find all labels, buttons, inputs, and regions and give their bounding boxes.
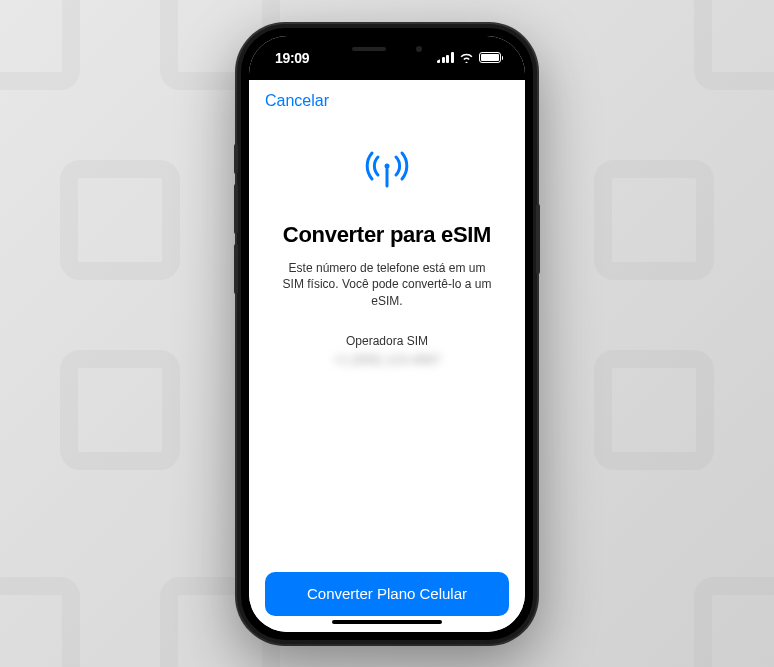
content-area: Cancelar Conve xyxy=(249,80,525,632)
convert-plan-button[interactable]: Converter Plano Celular xyxy=(265,572,509,616)
home-indicator[interactable] xyxy=(332,620,442,624)
power-button xyxy=(536,204,540,274)
phone-device-frame: 19:09 xyxy=(237,24,537,644)
status-time: 19:09 xyxy=(275,50,309,66)
antenna-icon xyxy=(363,146,411,198)
wifi-icon xyxy=(459,50,474,66)
page-title: Converter para eSIM xyxy=(283,222,491,248)
mute-switch xyxy=(234,144,238,174)
page-description: Este número de telefone está em um SIM f… xyxy=(273,260,501,310)
volume-up-button xyxy=(234,184,238,234)
phone-number-redacted: +1 (555) 123-4567 xyxy=(333,352,440,367)
volume-down-button xyxy=(234,244,238,294)
battery-icon xyxy=(479,52,504,63)
nav-bar: Cancelar xyxy=(249,80,525,118)
phone-screen: 19:09 xyxy=(249,36,525,632)
cancel-button[interactable]: Cancelar xyxy=(265,92,329,109)
main-content: Converter para eSIM Este número de telef… xyxy=(249,118,525,572)
notch xyxy=(327,36,447,62)
carrier-label: Operadora SIM xyxy=(346,334,428,348)
